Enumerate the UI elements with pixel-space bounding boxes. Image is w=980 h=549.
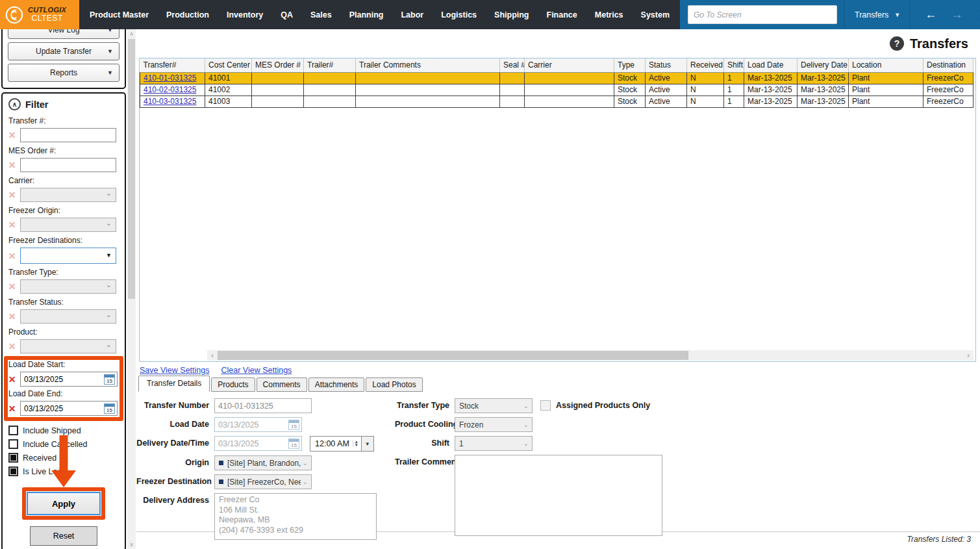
- spinner-down-icon[interactable]: ▼: [355, 444, 358, 447]
- load-date-end-input[interactable]: [24, 404, 104, 413]
- delivery-time-control[interactable]: 12:00 AM ▲ ▼ ▼: [310, 436, 374, 452]
- column-header-carrier[interactable]: Carrier: [525, 58, 614, 72]
- menu-product-master[interactable]: Product Master: [90, 10, 149, 19]
- freezer-origin-filter-dropdown[interactable]: ⌄: [20, 218, 116, 232]
- mes-order-filter-input[interactable]: [20, 158, 116, 172]
- clear-x-icon[interactable]: ✕: [7, 220, 17, 229]
- transfer-details-form: Transfer Number Load Date 03/13/2025 15 …: [136, 392, 980, 530]
- table-row[interactable]: 410-02-031325 41002 Stock Active N 1 Mar…: [140, 84, 974, 96]
- clear-x-icon[interactable]: ✕: [7, 312, 17, 321]
- reset-button[interactable]: Reset: [30, 526, 97, 546]
- clear-x-icon[interactable]: ✕: [7, 251, 17, 261]
- grid-horizontal-scrollbar[interactable]: ‹ ›: [207, 350, 974, 361]
- chevron-down-icon: ⌄: [303, 478, 308, 485]
- tab-products[interactable]: Products: [211, 377, 255, 392]
- menu-shipping[interactable]: Shipping: [494, 10, 529, 19]
- reports-button[interactable]: Reports ▼: [8, 64, 119, 82]
- column-header-trailer-comments[interactable]: Trailer Comments: [356, 58, 500, 72]
- product-filter-dropdown[interactable]: ⌄: [20, 339, 116, 353]
- menu-production[interactable]: Production: [166, 10, 209, 19]
- menu-logistics[interactable]: Logistics: [441, 10, 477, 19]
- clear-x-icon[interactable]: ✕: [7, 404, 17, 413]
- menu-system[interactable]: System: [641, 10, 670, 19]
- transfer-link[interactable]: 410-03-031325: [144, 97, 196, 106]
- transfer-status-filter-dropdown[interactable]: ⌄: [20, 309, 116, 324]
- column-header-mes-order[interactable]: MES Order #: [252, 58, 304, 72]
- collapse-chevron-icon[interactable]: ∧: [8, 98, 21, 110]
- cell-received: N: [687, 72, 724, 84]
- update-transfer-button[interactable]: Update Transfer ▼: [8, 42, 119, 60]
- back-arrow-icon[interactable]: ←: [918, 8, 944, 21]
- column-header-cost-center[interactable]: Cost Center: [205, 58, 252, 72]
- transfer-type-label: Transfer Type: [395, 398, 455, 410]
- menu-planning[interactable]: Planning: [349, 10, 384, 19]
- table-row[interactable]: 410-03-031325 41003 Stock Active N 1 Mar…: [140, 96, 974, 107]
- scroll-up-icon[interactable]: ∧: [127, 29, 136, 38]
- chevron-down-icon: ⌄: [523, 421, 529, 428]
- cell-load-date: Mar-13-2025: [744, 96, 798, 107]
- clear-view-settings-link[interactable]: Clear View Settings: [221, 366, 292, 375]
- sidebar-scrollbar[interactable]: ∧ ∨: [127, 29, 136, 549]
- freezer-destinations-filter-dropdown[interactable]: ▼: [20, 248, 116, 264]
- column-header-delivery-date[interactable]: Delivery Date: [798, 58, 849, 72]
- delivery-address-label: Delivery Address: [136, 493, 214, 505]
- menu-qa[interactable]: QA: [281, 10, 293, 19]
- scroll-down-icon[interactable]: ∨: [127, 540, 136, 549]
- save-view-settings-link[interactable]: Save View Settings: [140, 366, 209, 375]
- column-header-status[interactable]: Status: [646, 58, 687, 72]
- sidebar: View Log ▼ Update Transfer ▼ Reports ▼ ∧…: [0, 29, 136, 549]
- apply-button[interactable]: Apply: [27, 492, 101, 515]
- scrollbar-thumb[interactable]: [128, 39, 135, 299]
- view-log-button[interactable]: View Log ▼: [8, 29, 119, 39]
- column-header-location[interactable]: Location: [849, 58, 923, 72]
- column-header-received[interactable]: Received: [687, 58, 724, 72]
- calendar-icon[interactable]: 15: [104, 403, 115, 414]
- menu-sales[interactable]: Sales: [310, 10, 332, 19]
- close-icon[interactable]: ✕: [970, 9, 980, 21]
- include-shipped-checkbox[interactable]: [8, 426, 18, 435]
- column-header-type[interactable]: Type: [614, 58, 646, 72]
- carrier-filter-dropdown[interactable]: ⌄: [20, 188, 116, 202]
- menu-finance[interactable]: Finance: [547, 10, 577, 19]
- table-row[interactable]: 410-01-031325 41001 Stock Active N 1 Mar…: [140, 72, 974, 84]
- calendar-icon[interactable]: 15: [104, 374, 115, 385]
- transfer-link[interactable]: 410-01-031325: [144, 73, 196, 83]
- transfer-number-filter-input[interactable]: [20, 128, 116, 142]
- screen-selector[interactable]: Transfers ▼: [852, 10, 903, 19]
- clear-x-icon[interactable]: ✕: [7, 160, 17, 170]
- column-header-trailer[interactable]: Trailer#: [304, 58, 356, 72]
- menu-labor[interactable]: Labor: [401, 10, 423, 19]
- tab-comments[interactable]: Comments: [257, 377, 307, 392]
- clear-x-icon[interactable]: ✕: [7, 375, 17, 384]
- clear-x-icon[interactable]: ✕: [7, 190, 17, 199]
- is-live-load-checkbox[interactable]: [8, 466, 18, 476]
- chevron-down-icon[interactable]: ▼: [362, 436, 374, 452]
- go-to-screen-input[interactable]: [688, 5, 837, 24]
- load-date-start-input[interactable]: [24, 375, 104, 384]
- transfer-type-filter-dropdown[interactable]: ⌄: [20, 279, 116, 294]
- received-checkbox[interactable]: [8, 453, 18, 463]
- menu-inventory[interactable]: Inventory: [227, 10, 263, 19]
- assigned-products-only-checkbox[interactable]: [540, 400, 551, 411]
- include-cancelled-checkbox[interactable]: [8, 439, 18, 449]
- column-header-destination[interactable]: Destination: [923, 58, 974, 72]
- scroll-left-icon[interactable]: ‹: [207, 351, 218, 360]
- column-header-seal[interactable]: Seal #: [500, 58, 525, 72]
- cell-delivery-date: Mar-13-2025: [798, 84, 849, 96]
- trailer-comments-textarea[interactable]: [455, 455, 662, 536]
- column-header-transfer[interactable]: Transfer#: [140, 58, 205, 72]
- help-icon[interactable]: ?: [890, 36, 904, 51]
- scrollbar-thumb[interactable]: [218, 351, 688, 360]
- transfer-link[interactable]: 410-02-031325: [144, 85, 196, 94]
- clear-x-icon[interactable]: ✕: [7, 131, 17, 140]
- tab-transfer-details[interactable]: Transfer Details: [138, 376, 210, 392]
- menu-metrics[interactable]: Metrics: [595, 10, 623, 19]
- clear-x-icon[interactable]: ✕: [7, 282, 17, 291]
- tab-attachments[interactable]: Attachments: [308, 377, 365, 392]
- column-header-shift[interactable]: Shift: [724, 58, 744, 72]
- scroll-right-icon[interactable]: ›: [963, 351, 974, 360]
- tab-load-photos[interactable]: Load Photos: [366, 377, 422, 392]
- column-header-load-date[interactable]: Load Date: [744, 58, 798, 72]
- cell-cost-center: 41002: [205, 84, 252, 96]
- clear-x-icon[interactable]: ✕: [7, 342, 17, 351]
